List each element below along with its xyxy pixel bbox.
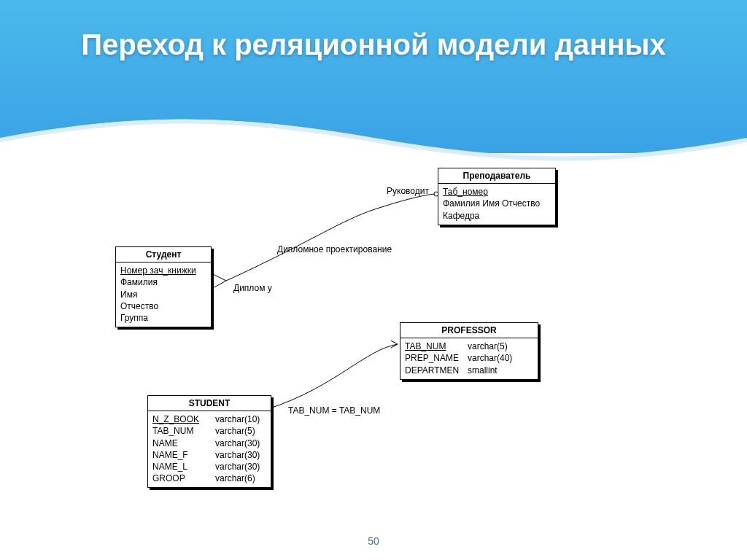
field-row: Таб_номер bbox=[443, 186, 551, 198]
field-row: TAB_NUM varchar(5) bbox=[152, 425, 266, 437]
field-row: Отчество bbox=[120, 300, 206, 312]
field-row: N_Z_BOOK varchar(10) bbox=[152, 413, 266, 425]
field-row: Фамилия Имя Отчество bbox=[443, 198, 551, 209]
entity-title: Преподаватель bbox=[438, 168, 555, 184]
field-row: Кафедра bbox=[443, 210, 551, 222]
field-row: TAB_NUM varchar(5) bbox=[405, 341, 533, 352]
field-row: Имя bbox=[120, 289, 206, 300]
field-row: Группа bbox=[120, 312, 206, 324]
field-row: NAME varchar(30) bbox=[152, 438, 266, 449]
entity-title: PROFESSOR bbox=[400, 323, 538, 338]
entity-body: Номер зач_книжки Фамилия Имя Отчество Гр… bbox=[116, 262, 211, 327]
slide: Переход к реляционной модели данных Преп… bbox=[0, 0, 747, 560]
entity-professor-table: PROFESSOR TAB_NUM varchar(5) PREP_NAME v… bbox=[400, 322, 538, 380]
label-tab-join: TAB_NUM = TAB_NUM bbox=[288, 405, 380, 416]
entity-student-table: STUDENT N_Z_BOOK varchar(10) TAB_NUM var… bbox=[147, 395, 271, 488]
page-number: 50 bbox=[0, 535, 747, 547]
label-diploma-at: Диплом у bbox=[233, 283, 272, 293]
connectors bbox=[0, 0, 747, 560]
entity-body: Таб_номер Фамилия Имя Отчество Кафедра bbox=[438, 184, 555, 225]
entity-body: N_Z_BOOK varchar(10) TAB_NUM varchar(5) … bbox=[148, 411, 271, 487]
entity-body: TAB_NUM varchar(5) PREP_NAME varchar(40)… bbox=[400, 338, 538, 379]
diagram-canvas: Преподаватель Таб_номер Фамилия Имя Отче… bbox=[0, 0, 747, 560]
field-row: DEPARTMEN smallint bbox=[405, 365, 533, 376]
entity-student: Студент Номер зач_книжки Фамилия Имя Отч… bbox=[115, 246, 212, 327]
field-row: GROOP varchar(6) bbox=[152, 472, 266, 484]
entity-teacher: Преподаватель Таб_номер Фамилия Имя Отче… bbox=[438, 168, 556, 225]
label-supervises: Руководит bbox=[387, 186, 429, 196]
entity-title: Студент bbox=[116, 247, 211, 262]
field-row: Фамилия bbox=[120, 276, 206, 288]
field-row: NAME_F varchar(30) bbox=[152, 449, 266, 461]
label-diploma-project: Дипломное проектирование bbox=[277, 244, 392, 254]
entity-title: STUDENT bbox=[148, 396, 271, 411]
field-row: NAME_L varchar(30) bbox=[152, 461, 266, 472]
field-row: PREP_NAME varchar(40) bbox=[405, 352, 533, 364]
field-row: Номер зач_книжки bbox=[120, 265, 206, 276]
